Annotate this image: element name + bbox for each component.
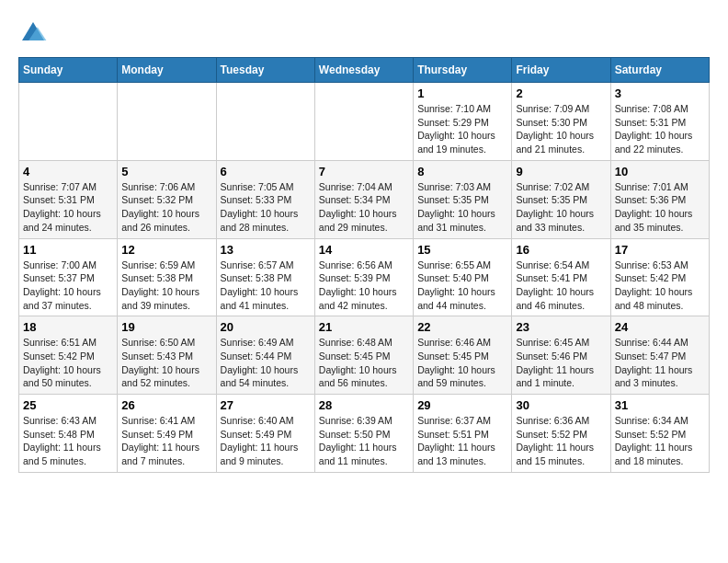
day-number: 2 [516, 86, 606, 100]
calendar-week-1: 1Sunrise: 7:10 AM Sunset: 5:29 PM Daylig… [19, 83, 710, 161]
day-number: 19 [121, 320, 211, 334]
day-number: 11 [23, 243, 113, 257]
day-number: 4 [23, 165, 113, 178]
day-info: Sunrise: 6:51 AM Sunset: 5:42 PM Dayligh… [23, 336, 113, 390]
day-info: Sunrise: 7:04 AM Sunset: 5:34 PM Dayligh… [319, 180, 409, 235]
day-info: Sunrise: 6:55 AM Sunset: 5:40 PM Dayligh… [417, 259, 507, 313]
day-number: 22 [417, 320, 507, 334]
day-header-sunday: Sunday [19, 58, 118, 83]
day-number: 30 [516, 398, 606, 412]
day-header-monday: Monday [118, 58, 216, 83]
calendar-cell: 18Sunrise: 6:51 AM Sunset: 5:42 PM Dayli… [19, 316, 118, 395]
day-number: 18 [23, 320, 113, 334]
day-info: Sunrise: 6:54 AM Sunset: 5:41 PM Dayligh… [516, 259, 606, 313]
day-header-thursday: Thursday [414, 58, 512, 83]
day-number: 9 [516, 165, 606, 178]
calendar-cell: 25Sunrise: 6:43 AM Sunset: 5:48 PM Dayli… [19, 395, 118, 473]
day-number: 23 [516, 320, 606, 334]
day-info: Sunrise: 6:45 AM Sunset: 5:46 PM Dayligh… [516, 336, 606, 390]
calendar-cell: 29Sunrise: 6:37 AM Sunset: 5:51 PM Dayli… [414, 395, 512, 473]
day-info: Sunrise: 6:37 AM Sunset: 5:51 PM Dayligh… [417, 414, 507, 468]
day-header-saturday: Saturday [610, 58, 709, 83]
calendar-cell: 17Sunrise: 6:53 AM Sunset: 5:42 PM Dayli… [610, 238, 709, 316]
day-header-tuesday: Tuesday [216, 58, 314, 83]
day-info: Sunrise: 7:02 AM Sunset: 5:35 PM Dayligh… [516, 180, 606, 235]
calendar-week-3: 11Sunrise: 7:00 AM Sunset: 5:37 PM Dayli… [19, 238, 710, 316]
calendar-cell: 20Sunrise: 6:49 AM Sunset: 5:44 PM Dayli… [216, 316, 314, 395]
calendar-cell: 16Sunrise: 6:54 AM Sunset: 5:41 PM Dayli… [512, 238, 610, 316]
calendar-cell: 7Sunrise: 7:04 AM Sunset: 5:34 PM Daylig… [314, 160, 413, 238]
day-number: 16 [516, 243, 606, 257]
day-info: Sunrise: 7:09 AM Sunset: 5:30 PM Dayligh… [516, 102, 606, 156]
day-info: Sunrise: 6:56 AM Sunset: 5:39 PM Dayligh… [319, 259, 409, 313]
day-number: 15 [417, 243, 507, 257]
day-number: 31 [615, 398, 705, 412]
day-info: Sunrise: 7:10 AM Sunset: 5:29 PM Dayligh… [417, 102, 507, 156]
day-number: 26 [121, 398, 211, 412]
calendar-cell: 27Sunrise: 6:40 AM Sunset: 5:49 PM Dayli… [216, 395, 314, 473]
day-number: 21 [319, 320, 409, 334]
day-number: 12 [121, 243, 211, 257]
day-info: Sunrise: 6:57 AM Sunset: 5:38 PM Dayligh… [221, 259, 311, 313]
calendar-cell: 2Sunrise: 7:09 AM Sunset: 5:30 PM Daylig… [512, 83, 610, 161]
calendar-cell: 31Sunrise: 6:34 AM Sunset: 5:52 PM Dayli… [610, 395, 709, 473]
calendar-cell: 9Sunrise: 7:02 AM Sunset: 5:35 PM Daylig… [512, 160, 610, 238]
calendar-cell: 30Sunrise: 6:36 AM Sunset: 5:52 PM Dayli… [512, 395, 610, 473]
day-info: Sunrise: 6:40 AM Sunset: 5:49 PM Dayligh… [221, 414, 311, 468]
calendar-cell: 24Sunrise: 6:44 AM Sunset: 5:47 PM Dayli… [610, 316, 709, 395]
day-number: 29 [417, 398, 507, 412]
day-number: 28 [319, 398, 409, 412]
calendar-cell [314, 83, 413, 161]
calendar-cell: 22Sunrise: 6:46 AM Sunset: 5:45 PM Dayli… [414, 316, 512, 395]
day-info: Sunrise: 6:44 AM Sunset: 5:47 PM Dayligh… [615, 336, 705, 390]
day-info: Sunrise: 7:07 AM Sunset: 5:31 PM Dayligh… [23, 180, 113, 235]
calendar-header-row: SundayMondayTuesdayWednesdayThursdayFrid… [19, 58, 710, 83]
calendar-week-4: 18Sunrise: 6:51 AM Sunset: 5:42 PM Dayli… [19, 316, 710, 395]
day-number: 7 [319, 165, 409, 178]
calendar-cell: 13Sunrise: 6:57 AM Sunset: 5:38 PM Dayli… [216, 238, 314, 316]
day-info: Sunrise: 7:05 AM Sunset: 5:33 PM Dayligh… [221, 180, 311, 235]
calendar-week-2: 4Sunrise: 7:07 AM Sunset: 5:31 PM Daylig… [19, 160, 710, 238]
day-info: Sunrise: 6:46 AM Sunset: 5:45 PM Dayligh… [417, 336, 507, 390]
day-info: Sunrise: 6:36 AM Sunset: 5:52 PM Dayligh… [516, 414, 606, 468]
calendar-cell [19, 83, 118, 161]
day-number: 20 [221, 320, 311, 334]
day-number: 13 [221, 243, 311, 257]
logo [18, 18, 51, 48]
day-header-wednesday: Wednesday [314, 58, 413, 83]
day-number: 3 [615, 86, 705, 100]
logo-icon [18, 18, 48, 48]
day-info: Sunrise: 6:41 AM Sunset: 5:49 PM Dayligh… [121, 414, 211, 468]
day-number: 5 [121, 165, 211, 178]
day-number: 8 [417, 165, 507, 178]
day-info: Sunrise: 6:50 AM Sunset: 5:43 PM Dayligh… [121, 336, 211, 390]
page-header [18, 18, 710, 48]
day-header-friday: Friday [512, 58, 610, 83]
day-info: Sunrise: 6:59 AM Sunset: 5:38 PM Dayligh… [121, 259, 211, 313]
calendar-cell: 12Sunrise: 6:59 AM Sunset: 5:38 PM Dayli… [118, 238, 216, 316]
calendar-cell: 6Sunrise: 7:05 AM Sunset: 5:33 PM Daylig… [216, 160, 314, 238]
day-info: Sunrise: 7:03 AM Sunset: 5:35 PM Dayligh… [417, 180, 507, 235]
day-info: Sunrise: 6:53 AM Sunset: 5:42 PM Dayligh… [615, 259, 705, 313]
day-number: 17 [615, 243, 705, 257]
calendar-cell: 10Sunrise: 7:01 AM Sunset: 5:36 PM Dayli… [610, 160, 709, 238]
calendar-cell: 14Sunrise: 6:56 AM Sunset: 5:39 PM Dayli… [314, 238, 413, 316]
day-number: 1 [417, 86, 507, 100]
calendar-cell: 23Sunrise: 6:45 AM Sunset: 5:46 PM Dayli… [512, 316, 610, 395]
calendar-cell: 19Sunrise: 6:50 AM Sunset: 5:43 PM Dayli… [118, 316, 216, 395]
calendar-cell: 3Sunrise: 7:08 AM Sunset: 5:31 PM Daylig… [610, 83, 709, 161]
day-number: 24 [615, 320, 705, 334]
calendar-cell: 26Sunrise: 6:41 AM Sunset: 5:49 PM Dayli… [118, 395, 216, 473]
day-info: Sunrise: 7:01 AM Sunset: 5:36 PM Dayligh… [615, 180, 705, 235]
day-number: 6 [221, 165, 311, 178]
day-info: Sunrise: 6:49 AM Sunset: 5:44 PM Dayligh… [221, 336, 311, 390]
day-info: Sunrise: 7:08 AM Sunset: 5:31 PM Dayligh… [615, 102, 705, 156]
day-info: Sunrise: 7:00 AM Sunset: 5:37 PM Dayligh… [23, 259, 113, 313]
day-info: Sunrise: 6:48 AM Sunset: 5:45 PM Dayligh… [319, 336, 409, 390]
day-info: Sunrise: 6:43 AM Sunset: 5:48 PM Dayligh… [23, 414, 113, 468]
day-number: 25 [23, 398, 113, 412]
calendar-cell: 5Sunrise: 7:06 AM Sunset: 5:32 PM Daylig… [118, 160, 216, 238]
day-info: Sunrise: 6:39 AM Sunset: 5:50 PM Dayligh… [319, 414, 409, 468]
calendar-cell: 4Sunrise: 7:07 AM Sunset: 5:31 PM Daylig… [19, 160, 118, 238]
calendar-cell: 11Sunrise: 7:00 AM Sunset: 5:37 PM Dayli… [19, 238, 118, 316]
